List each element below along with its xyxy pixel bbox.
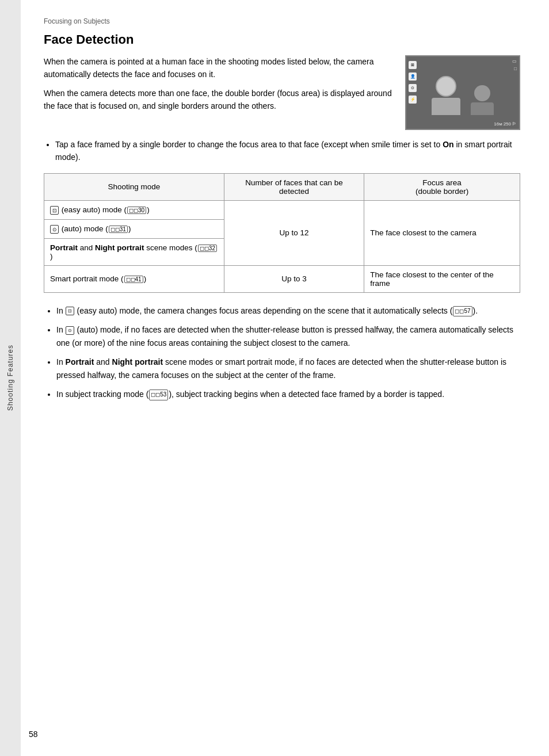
- note1-ref: ◻◻57: [453, 306, 472, 317]
- camera-icons-right: ▭ □: [512, 59, 517, 71]
- mode-auto: ⊙ (auto) mode (◻◻31): [44, 219, 224, 238]
- mode-portrait: Portrait and Night portrait scene modes …: [44, 238, 224, 265]
- focus-closest-center: The face closest to the center of the fr…: [364, 265, 520, 292]
- body-secondary: [471, 102, 494, 115]
- table-row: ⊡ (easy auto) mode (◻◻30) Up to 12 The f…: [44, 200, 520, 219]
- camera-subjects: [432, 76, 494, 115]
- intro-row: When the camera is pointed at a human fa…: [44, 55, 520, 130]
- intro-para2: When the camera detects more than one fa…: [44, 87, 394, 113]
- ref-30: ◻◻30: [127, 207, 146, 214]
- col-header-shooting: Shooting mode: [44, 173, 224, 200]
- faces-count-3: Up to 3: [224, 265, 364, 292]
- note4-ref: ◻◻53: [149, 390, 168, 400]
- auto-icon: ⊙: [50, 225, 59, 234]
- note-1: In ⊡ (easy auto) mode, the camera change…: [56, 304, 520, 318]
- head-primary: [436, 76, 456, 97]
- person-secondary: [471, 85, 494, 115]
- person-primary: [432, 76, 460, 115]
- cam-icon-battery: ▭: [512, 59, 517, 64]
- camera-display-image: ⊠ 👤 ⊙ ⚡: [405, 55, 520, 130]
- mode-smart-portrait: Smart portrait mode (◻◻41): [44, 265, 224, 292]
- notes-list: In ⊡ (easy auto) mode, the camera change…: [44, 304, 520, 402]
- ref-31: ◻◻31: [109, 226, 128, 233]
- note-2: In ⊙ (auto) mode, if no faces are detect…: [56, 323, 520, 350]
- cam-icon-1: ⊠: [409, 61, 417, 69]
- sidebar-label: Shooting Features: [6, 345, 14, 411]
- intro-text: When the camera is pointed at a human fa…: [44, 55, 394, 130]
- page-number: 58: [29, 730, 38, 739]
- mode-easy-auto: ⊡ (easy auto) mode (◻◻30): [44, 200, 224, 219]
- camera-icons-left: ⊠ 👤 ⊙ ⚡: [409, 61, 417, 104]
- note1-icon: ⊡: [66, 307, 74, 315]
- col-header-faces: Number of faces that can be detected: [224, 173, 364, 200]
- main-content: Focusing on Subjects Face Detection When…: [21, 0, 549, 756]
- camera-screen: ⊠ 👤 ⊙ ⚡: [406, 56, 519, 129]
- intro-para1: When the camera is pointed at a human fa…: [44, 55, 394, 81]
- note-3: In Portrait and Night portrait scene mod…: [56, 356, 520, 382]
- section-header: Focusing on Subjects: [44, 17, 520, 25]
- cam-shots: 250: [504, 121, 511, 127]
- tap-note-list: Tap a face framed by a single border to …: [44, 138, 520, 164]
- cam-res: 16м: [494, 121, 502, 127]
- cam-icon-2: 👤: [409, 72, 417, 81]
- body-primary: [432, 98, 460, 115]
- detection-table: Shooting mode Number of faces that can b…: [44, 173, 520, 293]
- ref-41: ◻◻41: [124, 276, 143, 283]
- page-title: Face Detection: [44, 32, 520, 47]
- easy-auto-icon: ⊡: [50, 206, 59, 215]
- head-secondary: [474, 85, 490, 101]
- tap-note: Tap a face framed by a single border to …: [44, 138, 520, 164]
- cam-icon-photo: □: [514, 66, 517, 71]
- camera-bottom-info: 16м 250 🏳: [494, 121, 517, 127]
- note2-icon: ⊙: [66, 326, 74, 335]
- table-row: Smart portrait mode (◻◻41) Up to 3 The f…: [44, 265, 520, 292]
- cam-icon-4: ⚡: [409, 96, 417, 104]
- tap-note-item: Tap a face framed by a single border to …: [55, 138, 520, 164]
- cam-icon-flag: 🏳: [512, 121, 517, 127]
- faces-count-12: Up to 12: [224, 200, 364, 265]
- sidebar: Shooting Features: [0, 0, 21, 756]
- ref-32: ◻◻32: [198, 245, 217, 252]
- cam-icon-3: ⊙: [409, 84, 417, 92]
- note-4: In subject tracking mode (◻◻53), subject…: [56, 388, 520, 401]
- col-header-focus: Focus area(double border): [364, 173, 520, 200]
- focus-closest-camera: The face closest to the camera: [364, 200, 520, 265]
- table-header-row: Shooting mode Number of faces that can b…: [44, 173, 520, 200]
